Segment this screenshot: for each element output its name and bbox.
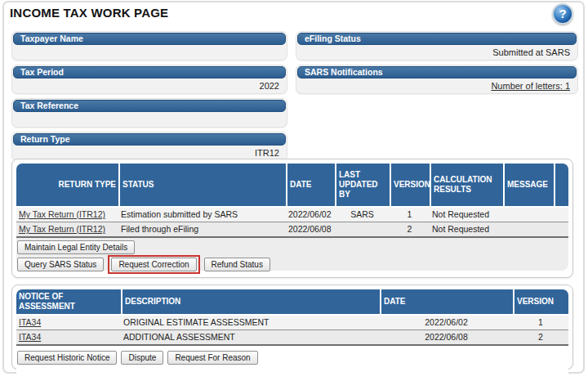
my-tax-return-link-2[interactable]: My Tax Return (ITR12): [19, 224, 105, 234]
column-header-calculation-results: CALCULATION RESULTS: [430, 164, 503, 208]
request-for-reason-button[interactable]: Request For Reason: [167, 351, 257, 365]
return-message-1: [503, 208, 554, 222]
return-version-1: 1: [390, 208, 430, 222]
column-header-message: MESSAGE: [503, 164, 554, 208]
column-header-notice-of-assessment: NOTICE OF ASSESSMENT: [16, 289, 121, 316]
panel-tax-reference: Tax Reference: [11, 98, 287, 128]
notice-date-2: 2022/06/08: [380, 330, 513, 346]
return-date-2: 2022/06/08: [286, 222, 335, 238]
return-row-2: My Tax Return (ITR12) Filed through eFil…: [16, 222, 568, 238]
return-updated-by-1: SARS: [335, 208, 390, 222]
column-header-date: DATE: [286, 164, 335, 208]
return-updated-by-2: [335, 222, 390, 238]
notice-version-2: 2: [513, 330, 568, 346]
returns-table: RETURN TYPE STATUS DATE LAST UPDATED BY …: [16, 164, 568, 238]
return-status-1: Estimation submitted by SARS: [118, 208, 286, 222]
panel-taxpayer-name: Taxpayer Name: [11, 31, 287, 61]
notice-description-2: ADDITIONAL ASSESSMENT: [121, 330, 380, 346]
panel-sars-notifications: SARS Notifications Number of letters: 1: [296, 65, 578, 94]
help-icon[interactable]: ?: [552, 3, 573, 25]
return-calc-results-1: Not Requested: [430, 208, 503, 222]
taxpayer-info-group: Taxpayer Name Tax Period 2022 Tax Refere…: [11, 31, 287, 165]
column-header-filler: [554, 164, 568, 208]
column-header-notice-date: DATE: [380, 289, 513, 316]
number-of-letters-link[interactable]: Number of letters: 1: [491, 81, 570, 91]
tax-reference-value: [12, 113, 287, 127]
returns-actions-area: Maintain Legal Entity Details Query SARS…: [16, 238, 568, 271]
column-header-notice-version: VERSION: [513, 289, 568, 316]
notice-row-1: ITA34 ORIGINAL ESTIMATE ASSESSMENT 2022/…: [16, 316, 568, 330]
column-header-status: STATUS: [118, 164, 286, 208]
panel-header-tax-period: Tax Period: [13, 66, 286, 78]
tax-period-value: 2022: [12, 79, 287, 93]
page-title: INCOME TAX WORK PAGE: [10, 6, 168, 20]
notices-actions-area: Request Historic NoticeDisputeRequest Fo…: [16, 346, 568, 379]
notice-date-1: 2022/06/02: [380, 316, 513, 330]
efiling-status-value: Submitted at SARS: [296, 46, 577, 60]
return-calc-results-2: Not Requested: [430, 222, 503, 238]
panel-header-efiling-status: eFiling Status: [297, 33, 577, 45]
refund-status-button[interactable]: Refund Status: [204, 258, 270, 271]
notice-description-1: ORIGINAL ESTIMATE ASSESSMENT: [121, 316, 380, 330]
panel-header-tax-reference: Tax Reference: [13, 100, 286, 112]
request-correction-button[interactable]: Request Correction: [111, 258, 196, 271]
panel-header-taxpayer-name: Taxpayer Name: [13, 33, 286, 45]
panel-tax-period: Tax Period 2022: [11, 65, 287, 94]
panel-return-type: Return Type ITR12: [11, 132, 287, 161]
return-date-1: 2022/06/02: [286, 208, 335, 222]
query-sars-status-button[interactable]: Query SARS Status: [17, 258, 104, 271]
column-header-version: VERSION: [390, 164, 430, 208]
status-info-group: eFiling Status Submitted at SARS SARS No…: [296, 31, 578, 98]
notices-table: NOTICE OF ASSESSMENT DESCRIPTION DATE VE…: [16, 289, 568, 346]
notice-row-2: ITA34 ADDITIONAL ASSESSMENT 2022/06/08 2: [16, 330, 568, 346]
notices-section: NOTICE OF ASSESSMENT DESCRIPTION DATE VE…: [11, 285, 573, 370]
request-historic-notice-button[interactable]: Request Historic Notice: [17, 351, 117, 365]
dispute-button[interactable]: Dispute: [121, 351, 163, 365]
ita34-link-2[interactable]: ITA34: [19, 332, 41, 342]
column-header-description: DESCRIPTION: [121, 289, 380, 316]
return-version-2: 2: [390, 222, 430, 238]
column-header-last-updated-by: LAST UPDATED BY: [335, 164, 390, 208]
return-message-2: [503, 222, 554, 238]
panel-header-return-type: Return Type: [13, 133, 286, 146]
panel-efiling-status: eFiling Status Submitted at SARS: [296, 31, 578, 61]
annotation-highlight-box: Request Correction: [108, 255, 199, 274]
panel-header-sars-notifications: SARS Notifications: [297, 66, 577, 78]
return-status-2: Filed through eFiling: [118, 222, 286, 238]
notice-version-1: 1: [513, 316, 568, 330]
taxpayer-name-value: [12, 46, 287, 60]
column-header-return-type: RETURN TYPE: [16, 164, 118, 208]
returns-section: RETURN TYPE STATUS DATE LAST UPDATED BY …: [11, 159, 573, 278]
my-tax-return-link-1[interactable]: My Tax Return (ITR12): [19, 209, 105, 219]
maintain-legal-entity-details-button[interactable]: Maintain Legal Entity Details: [17, 240, 135, 254]
return-row-1: My Tax Return (ITR12) Estimation submitt…: [16, 208, 568, 222]
ita34-link-1[interactable]: ITA34: [19, 317, 41, 327]
